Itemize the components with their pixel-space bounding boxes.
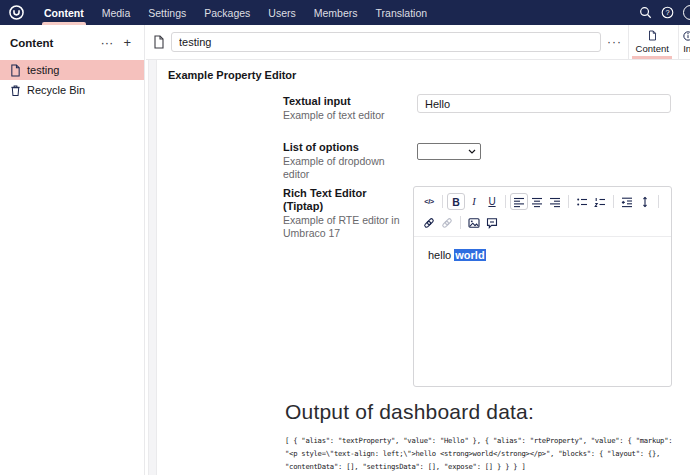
sidebar-add-icon[interactable]: + <box>118 36 136 49</box>
document-icon <box>648 30 657 41</box>
divider <box>460 216 461 229</box>
tree-item-label: Recycle Bin <box>27 84 85 96</box>
embed-icon[interactable] <box>483 214 501 231</box>
options-select[interactable] <box>417 143 481 160</box>
property-textual-input: Textual input Example of text editor <box>283 95 411 122</box>
unlink-icon[interactable] <box>438 214 456 231</box>
property-description: Example of RTE editor in Umbraco 17 <box>283 214 407 240</box>
section-heading: Example Property Editor <box>168 69 296 81</box>
align-right-icon[interactable] <box>546 193 564 210</box>
help-icon[interactable]: ? <box>661 6 674 19</box>
tab-info[interactable]: Info <box>679 25 690 59</box>
sidebar-more-icon[interactable]: ··· <box>95 36 118 49</box>
media-image-icon[interactable] <box>465 214 483 231</box>
property-rte: Rich Text Editor (Tiptap) Example of RTE… <box>283 187 407 240</box>
property-description: Example of text editor <box>283 109 411 122</box>
output-json: [ { "alias": "textProperty", "value": "H… <box>285 434 672 473</box>
sidebar-title: Content <box>10 37 95 49</box>
workspace-header: ··· Content Info <box>146 25 690 60</box>
nav-item-translation[interactable]: Translation <box>367 0 437 25</box>
ordered-list-icon[interactable] <box>591 193 609 210</box>
trash-icon <box>10 84 21 97</box>
tab-content[interactable]: Content <box>629 25 675 59</box>
textual-input-field[interactable] <box>417 94 671 113</box>
content-scrollbar[interactable] <box>148 60 157 475</box>
nav-item-content[interactable]: Content <box>35 0 93 25</box>
source-code-icon[interactable]: </> <box>420 193 438 210</box>
user-avatar[interactable] <box>683 5 690 20</box>
nav-item-packages[interactable]: Packages <box>195 0 259 25</box>
svg-text:?: ? <box>665 8 669 17</box>
umbraco-logo-icon[interactable] <box>9 5 24 20</box>
divider <box>505 195 506 208</box>
main-nav: Content Media Settings Packages Users Me… <box>35 0 436 25</box>
topbar-actions: ? <box>639 5 690 20</box>
property-label: Rich Text Editor (Tiptap) <box>283 187 407 213</box>
expand-vertical-icon[interactable] <box>636 193 654 210</box>
top-bar: Content Media Settings Packages Users Me… <box>0 0 690 25</box>
output-heading: Output of dashboard data: <box>285 400 534 424</box>
property-description: Example of dropdown editor <box>283 155 411 181</box>
output-json-line: [ { "alias": "textProperty", "value": "H… <box>285 434 672 447</box>
bold-icon[interactable]: B <box>447 193 465 210</box>
tree-item-recycle-bin[interactable]: Recycle Bin <box>0 80 144 100</box>
document-icon <box>10 64 21 77</box>
property-label: List of options <box>283 141 411 154</box>
property-list-of-options: List of options Example of dropdown edit… <box>283 141 411 181</box>
sidebar-header: Content ··· + <box>0 25 144 60</box>
property-label: Textual input <box>283 95 411 108</box>
tree-item-testing[interactable]: testing <box>0 60 144 80</box>
divider <box>613 195 614 208</box>
document-actions-icon[interactable]: ··· <box>604 35 626 49</box>
nav-item-members[interactable]: Members <box>305 0 367 25</box>
rte-toolbar: </> B I U <box>414 187 671 237</box>
outdent-icon[interactable] <box>618 193 636 210</box>
output-json-line: "contentData": [], "settingsData": [], "… <box>285 460 672 473</box>
chevron-down-icon <box>468 149 476 154</box>
link-icon[interactable] <box>420 214 438 231</box>
underline-icon[interactable]: U <box>483 193 501 210</box>
search-icon[interactable] <box>639 6 652 19</box>
output-json-line: "<p style=\"text-align: left;\">hello <s… <box>285 447 672 460</box>
document-icon <box>153 35 165 49</box>
tree-item-label: testing <box>27 64 59 76</box>
rte-text: hello <box>428 249 454 261</box>
divider <box>442 195 443 208</box>
document-name-input[interactable] <box>171 32 601 52</box>
rte-content[interactable]: hello world <box>414 237 671 273</box>
rte-selected-text: world <box>454 249 485 261</box>
italic-icon[interactable]: I <box>465 193 483 210</box>
nav-item-users[interactable]: Users <box>259 0 304 25</box>
umbraco-backoffice: Content Media Settings Packages Users Me… <box>0 0 690 475</box>
divider <box>568 195 569 208</box>
tab-label: Info <box>683 43 690 54</box>
nav-item-settings[interactable]: Settings <box>139 0 195 25</box>
rich-text-editor: </> B I U <box>413 186 672 387</box>
align-center-icon[interactable] <box>528 193 546 210</box>
bullet-list-icon[interactable] <box>573 193 591 210</box>
tab-label: Content <box>636 43 669 54</box>
align-left-icon[interactable] <box>510 193 528 210</box>
divider <box>658 195 659 208</box>
nav-item-media[interactable]: Media <box>93 0 140 25</box>
content-tree-sidebar: Content ··· + testing Recycle Bin <box>0 25 145 475</box>
info-icon <box>683 31 690 41</box>
